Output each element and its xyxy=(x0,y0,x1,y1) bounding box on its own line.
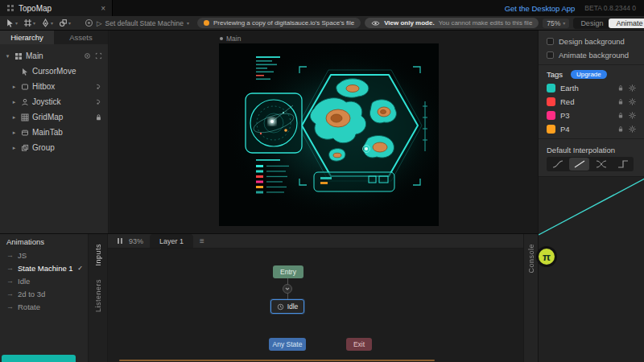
tag-row-red[interactable]: Red xyxy=(539,95,644,109)
tree-row-hitbox[interactable]: ▸ Hitbox xyxy=(0,79,108,94)
hierarchy-tree: ▾ Main xyxy=(0,44,108,155)
animation-item-2d-to-3d[interactable]: → 2d to 3d xyxy=(0,287,88,300)
menu-icon[interactable]: ≡ xyxy=(200,237,204,245)
tags-header: Tags Upgrade xyxy=(539,68,644,81)
animation-label: 2d to 3d xyxy=(18,290,45,298)
tag-row-p4[interactable]: P4 xyxy=(539,122,644,136)
interpolation-buttons xyxy=(547,157,634,171)
expand-caret-icon[interactable]: ▸ xyxy=(10,145,18,151)
animation-icon: → xyxy=(6,277,14,285)
tree-row-gridmap[interactable]: ▸ GridMap xyxy=(0,109,108,125)
expand-caret-icon[interactable]: ▸ xyxy=(10,130,18,136)
tag-color-swatch[interactable] xyxy=(547,125,555,134)
gear-icon[interactable] xyxy=(629,125,636,133)
animation-item-idle[interactable]: → Idle xyxy=(0,274,88,287)
frame-corners-icon[interactable] xyxy=(95,52,102,60)
gear-icon[interactable] xyxy=(629,98,636,105)
node-entry[interactable]: Entry xyxy=(273,265,303,278)
expand-caret-icon[interactable]: ▾ xyxy=(4,53,11,60)
node-any-state[interactable]: Any State xyxy=(269,338,306,351)
default-state-machine-control[interactable]: ▷ Set default State Machine ▾ xyxy=(85,19,189,27)
node-exit[interactable]: Exit xyxy=(346,338,372,351)
lock-icon[interactable] xyxy=(95,113,102,121)
artboard-tool-button[interactable]: ▾ xyxy=(23,19,36,27)
transition-chevron[interactable] xyxy=(283,284,292,294)
tree-row-group[interactable]: ▸ Group xyxy=(0,140,108,155)
tab-assets[interactable]: Assets xyxy=(54,31,108,44)
check-icon: ✓ xyxy=(77,265,83,272)
console-side-tab-strip: Console xyxy=(523,234,538,362)
select-tool-button[interactable]: ▾ xyxy=(5,19,19,27)
state-machine-editor: 93% Layer 1 ≡ Entry Idle Any xyxy=(108,234,523,362)
tag-color-swatch[interactable] xyxy=(547,111,555,120)
playback-speed[interactable]: 93% xyxy=(129,237,143,245)
lock-icon[interactable] xyxy=(617,125,624,133)
tree-label: Group xyxy=(32,143,55,152)
lock-icon[interactable] xyxy=(617,84,624,92)
interpolation-curve-editor[interactable] xyxy=(539,176,644,362)
cursor-icon xyxy=(6,19,14,27)
chevron-down-icon: ▾ xyxy=(187,21,189,26)
tab-layer-1[interactable]: Layer 1 xyxy=(150,234,193,248)
get-desktop-app-link[interactable]: Get the Desktop App xyxy=(505,4,576,13)
interp-hold-button[interactable] xyxy=(613,158,633,171)
tree-row-main[interactable]: ▾ Main xyxy=(0,48,108,64)
tree-row-cursormove[interactable]: CursorMove xyxy=(0,64,108,79)
animate-background-label: Animate background xyxy=(559,51,629,60)
tree-label: GridMap xyxy=(32,113,63,121)
interp-ease-button[interactable] xyxy=(591,158,611,171)
artboard-label[interactable]: Main xyxy=(220,35,241,43)
state-machine-graph[interactable]: Entry Idle Any State Exit xyxy=(108,249,523,362)
animation-item-js[interactable]: → JS xyxy=(0,249,88,261)
gear-icon[interactable] xyxy=(629,112,636,119)
tab-console[interactable]: Console xyxy=(527,244,535,274)
constraint-icon[interactable] xyxy=(95,83,102,90)
timeline-section: Animations → JS → State Machine 1 ✓ → Id… xyxy=(0,233,538,362)
animate-background-checkbox[interactable] xyxy=(547,51,554,59)
topbar: TopoMap × Get the Desktop App BETA 0.8.2… xyxy=(0,0,644,16)
expand-caret-icon[interactable]: ▸ xyxy=(10,114,18,121)
design-background-checkbox[interactable] xyxy=(547,38,554,45)
tab-inputs[interactable]: Inputs xyxy=(94,244,102,266)
gear-icon[interactable] xyxy=(629,84,636,92)
pen-icon xyxy=(41,19,50,27)
interp-linear-button[interactable] xyxy=(569,158,589,171)
node-idle[interactable]: Idle xyxy=(270,299,304,314)
tree-row-joystick[interactable]: ▸ Joystick xyxy=(0,94,108,109)
artboard-name: Main xyxy=(226,35,241,43)
interp-cubic-button[interactable] xyxy=(547,158,568,171)
constraint-icon[interactable] xyxy=(95,98,102,105)
tab-listeners[interactable]: Listeners xyxy=(94,279,102,312)
tab-design[interactable]: Design xyxy=(575,19,609,28)
teal-toast-button[interactable] xyxy=(2,355,76,362)
zoom-control[interactable]: 75% ▾ xyxy=(543,19,569,28)
target-icon[interactable] xyxy=(84,52,91,60)
animate-background-row: Animate background xyxy=(539,48,644,62)
file-tab[interactable]: TopoMap × xyxy=(0,0,113,16)
shapes-tool-button[interactable]: ▾ xyxy=(58,19,72,27)
pi-badge[interactable]: π xyxy=(536,246,557,267)
tab-hierarchy[interactable]: Hierarchy xyxy=(0,31,54,44)
tree-row-maintab[interactable]: ▸ MainTab xyxy=(0,125,108,140)
tag-row-p3[interactable]: P3 xyxy=(539,109,644,122)
grid-icon xyxy=(21,113,29,121)
tag-name: Red xyxy=(560,97,613,106)
upgrade-badge[interactable]: Upgrade xyxy=(571,70,607,79)
canvas-viewport[interactable]: Main xyxy=(109,31,538,233)
pen-tool-button[interactable]: ▾ xyxy=(40,19,54,27)
animation-item-rotate[interactable]: → Rotate xyxy=(0,300,88,313)
tag-row-earth[interactable]: Earth xyxy=(539,81,644,95)
lock-icon[interactable] xyxy=(617,112,624,119)
lock-icon[interactable] xyxy=(617,98,624,105)
animation-item-state-machine-1[interactable]: → State Machine 1 ✓ xyxy=(0,261,88,274)
play-icon: ▷ xyxy=(97,19,102,27)
artboard-main[interactable] xyxy=(219,43,439,226)
close-icon[interactable]: × xyxy=(101,4,105,13)
file-tab-title: TopoMap xyxy=(19,4,52,13)
tag-color-swatch[interactable] xyxy=(547,97,555,106)
expand-caret-icon[interactable]: ▸ xyxy=(10,99,18,105)
tag-color-swatch[interactable] xyxy=(547,84,555,93)
tab-animate[interactable]: Animate xyxy=(609,19,644,28)
pause-icon[interactable] xyxy=(118,238,122,244)
expand-caret-icon[interactable]: ▸ xyxy=(10,84,18,90)
